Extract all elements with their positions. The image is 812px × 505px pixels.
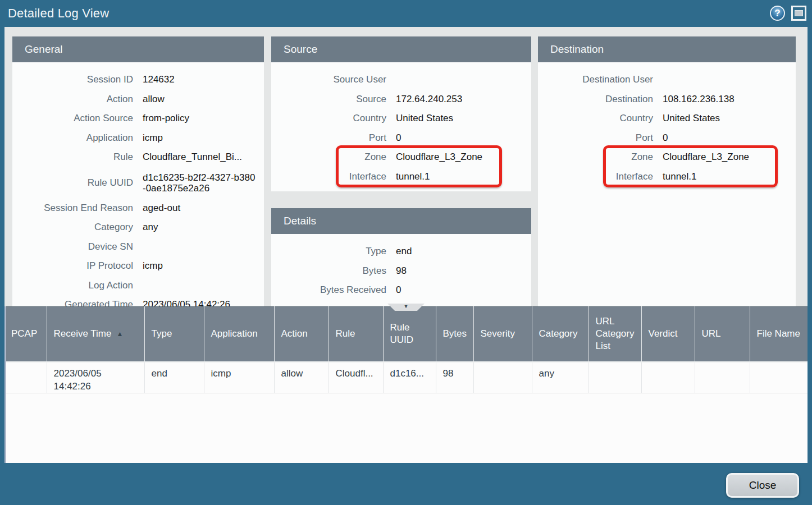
cell-verdict [641, 362, 695, 393]
column-header-rule-uuid[interactable]: Rule UUID [383, 307, 436, 362]
field-session-end-reason: Session End Reasonaged-out [12, 199, 264, 218]
destination-panel-header: Destination [538, 36, 796, 62]
field-ip-protocol: IP Protocolicmp [12, 256, 264, 276]
field-destination-port: Port0 [538, 128, 796, 148]
cell-url [695, 362, 750, 393]
cell-url-category-list [589, 362, 641, 393]
close-button[interactable]: Close [726, 473, 799, 498]
cell-type: end [144, 362, 204, 393]
field-source: Source172.64.240.253 [271, 90, 531, 109]
chevron-down-icon: ▼ [404, 304, 409, 309]
cell-pcap [4, 362, 47, 393]
column-header-action[interactable]: Action [274, 307, 329, 362]
detailed-log-view-dialog: Detailed Log View ? General Session ID12… [0, 0, 812, 505]
column-header-url-category-list[interactable]: URL Category List [589, 307, 641, 362]
log-detail-content: General Session ID124632 Actionallow Act… [4, 27, 808, 306]
general-panel: General Session ID124632 Actionallow Act… [12, 36, 264, 306]
field-session-id: Session ID124632 [12, 70, 264, 90]
source-zone-highlight-box [336, 145, 502, 187]
details-panel: Details Typeend Bytes98 Bytes Received0 [271, 208, 531, 306]
column-header-pcap[interactable]: PCAP [4, 307, 47, 362]
column-header-receive-time[interactable]: Receive Time▲ [47, 307, 144, 362]
window-restore-icon-inner [795, 10, 803, 16]
titlebar-icons: ? [770, 6, 806, 21]
general-panel-body: Session ID124632 Actionallow Action Sour… [12, 62, 264, 306]
cell-action: allow [274, 362, 329, 393]
field-type: Typeend [271, 242, 531, 261]
cell-application: icmp [204, 362, 274, 393]
column-header-application[interactable]: Application [204, 307, 274, 362]
general-panel-header: General [12, 36, 264, 62]
column-header-verdict[interactable]: Verdict [641, 307, 695, 362]
column-header-rule[interactable]: Rule [329, 307, 383, 362]
destination-zone-highlight-box [603, 145, 778, 187]
dialog-title: Detailed Log View [8, 0, 109, 27]
sort-ascending-icon: ▲ [116, 328, 123, 340]
details-panel-body: Typeend Bytes98 Bytes Received0 [271, 234, 531, 306]
window-restore-icon[interactable] [791, 6, 806, 21]
field-generated-time: Generated Time2023/06/05 14:42:26 [12, 295, 264, 306]
cell-category: any [532, 362, 589, 393]
field-application: Applicationicmp [12, 128, 264, 148]
field-source-port: Port0 [271, 128, 531, 148]
cell-severity [473, 362, 532, 393]
cell-receive-time: 2023/06/05 14:42:26 [47, 362, 144, 393]
field-action-source: Action Sourcefrom-policy [12, 109, 264, 128]
field-device-sn: Device SN [12, 237, 264, 257]
log-entries-table: PCAP Receive Time▲ Type Application Acti… [4, 306, 808, 393]
table-header-row: PCAP Receive Time▲ Type Application Acti… [4, 307, 808, 362]
field-destination-country: CountryUnited States [538, 109, 796, 128]
field-destination: Destination108.162.236.138 [538, 90, 796, 109]
cell-bytes: 98 [436, 362, 473, 393]
cell-rule: Cloudfl... [329, 362, 383, 393]
field-category: Categoryany [12, 218, 264, 237]
field-destination-user: Destination User [538, 70, 796, 90]
field-source-user: Source User [271, 70, 531, 90]
cell-rule-uuid: d1c16... [383, 362, 436, 393]
field-bytes-received: Bytes Received0 [271, 281, 531, 300]
field-bytes: Bytes98 [271, 261, 531, 281]
column-header-severity[interactable]: Severity [473, 307, 532, 362]
source-panel-header: Source [271, 36, 531, 62]
log-table-row[interactable]: 2023/06/05 14:42:26 end icmp allow Cloud… [4, 362, 808, 393]
field-action: Actionallow [12, 90, 264, 109]
field-source-country: CountryUnited States [271, 109, 531, 128]
column-header-bytes[interactable]: Bytes [436, 307, 473, 362]
details-panel-header: Details [271, 208, 531, 234]
help-icon[interactable]: ? [770, 6, 785, 21]
field-rule-uuid: Rule UUIDd1c16235-b2f2-4327-b380-0ae1875… [12, 167, 264, 199]
column-header-category[interactable]: Category [532, 307, 589, 362]
log-entries-table-section: PCAP Receive Time▲ Type Application Acti… [4, 306, 808, 463]
dialog-titlebar: Detailed Log View ? [0, 0, 812, 27]
field-rule: RuleCloudflare_Tunnel_Bi... [12, 148, 264, 167]
column-header-type[interactable]: Type [144, 307, 204, 362]
column-header-file-name[interactable]: File Name [750, 307, 808, 362]
field-log-action: Log Action [12, 276, 264, 296]
cell-file-name [750, 362, 808, 393]
column-header-url[interactable]: URL [695, 307, 750, 362]
